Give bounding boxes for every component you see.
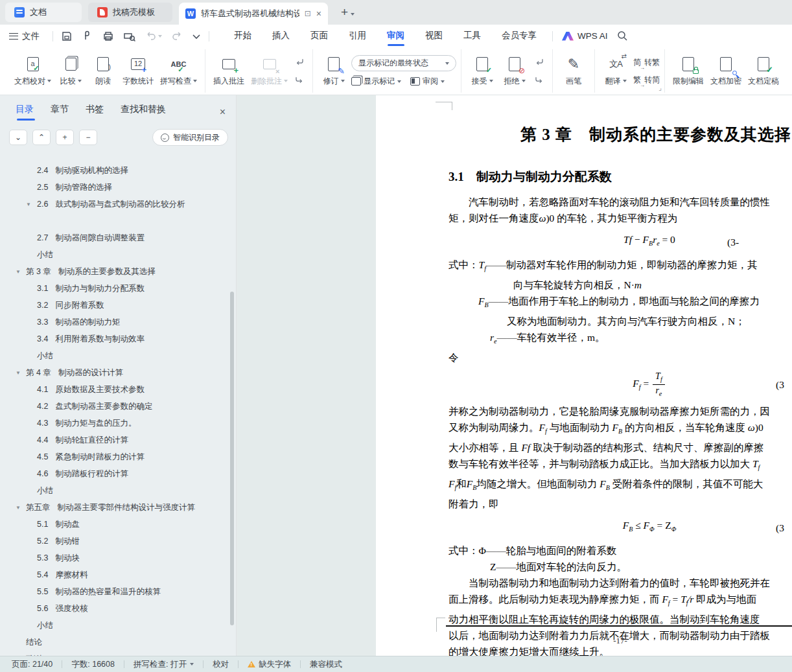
- read-aloud-button[interactable]: ) 朗读: [87, 51, 119, 92]
- toc-item[interactable]: 2.4制动驱动机构的选择: [0, 162, 228, 179]
- redo-icon[interactable]: [171, 31, 183, 41]
- insert-comment-button[interactable]: + 插入批注: [210, 51, 248, 92]
- show-markup-button[interactable]: 显示标记: [351, 76, 401, 87]
- doc-line[interactable]: Z——地面对车轮的法向反力。: [448, 559, 792, 575]
- close-tab-icon[interactable]: ×: [316, 8, 321, 19]
- toc-item[interactable]: 5.3制动块: [0, 550, 228, 566]
- document-page[interactable]: 第 3 章 制动系的主要参数及其选择 3.1 制动力与制动力分配系数 汽车制动时…: [376, 95, 792, 656]
- doc-line[interactable]: 矩，则对任一角速度ω)0 的车轮，其力矩平衡方程为: [448, 210, 792, 226]
- chapter-title[interactable]: 第 3 章 制动系的主要参数及其选择: [448, 124, 792, 145]
- toc-item[interactable]: 小结: [0, 246, 228, 263]
- accept-button[interactable]: ✓ 接受: [466, 51, 498, 92]
- toc-item[interactable]: 4.1原始数据及主要技术参数: [0, 381, 228, 398]
- doc-line[interactable]: 式中：Tf——制动器对车轮作用的制动力矩，即制动器的摩擦力矩，其: [448, 257, 792, 277]
- tab-window-icon[interactable]: ⊡: [305, 9, 311, 18]
- toc-item[interactable]: 5.2制动钳: [0, 533, 228, 550]
- collapse-triangle-icon[interactable]: ▼: [26, 202, 31, 207]
- menu-item-insert[interactable]: 插入: [262, 25, 300, 47]
- tab-toc[interactable]: 目录: [16, 104, 34, 121]
- menu-item-review[interactable]: 审阅: [377, 25, 415, 47]
- track-changes-button[interactable]: ✎ 修订: [318, 51, 350, 92]
- group-expand-icon[interactable]: ⌟: [658, 84, 662, 91]
- toc-item[interactable]: 4.3制动力矩与盘的压力。: [0, 415, 228, 432]
- toc-item[interactable]: 致谢: [0, 651, 228, 656]
- tab-bookmarks[interactable]: 书签: [86, 104, 104, 121]
- tab-find-replace[interactable]: 查找和替换: [121, 104, 166, 121]
- page-indicator[interactable]: 页面: 21/40: [12, 659, 52, 670]
- toc-item[interactable]: ▼2.6鼓式制动器与盘式制动器的比较分析: [0, 196, 228, 213]
- collapse-ribbon-chevron-icon[interactable]: [192, 33, 201, 40]
- export-pdf-icon[interactable]: [82, 30, 93, 42]
- translate-button[interactable]: 文A⇄ 翻译: [600, 51, 632, 92]
- markup-state-select[interactable]: 显示标记的最终状态: [351, 55, 456, 71]
- toc-item[interactable]: 3.3制动器的制动力矩: [0, 314, 228, 330]
- toc-item[interactable]: ▼第五章制动器主要零部件结构设计与强度计算: [0, 499, 228, 516]
- toc-item[interactable]: 3.4利用附着系数与制动效率: [0, 330, 228, 347]
- to-traditional-button[interactable]: 简转繁: [633, 57, 660, 68]
- collapse-all-button[interactable]: ⌃: [32, 130, 51, 145]
- equation-line[interactable]: Tf − FBre = 0(3-: [448, 231, 792, 251]
- file-menu-button[interactable]: 文件: [0, 30, 47, 42]
- menu-item-page[interactable]: 页面: [300, 25, 338, 47]
- doc-line[interactable]: 附着力，即: [448, 496, 792, 512]
- toc-item[interactable]: 小结: [0, 617, 228, 634]
- new-tab-button[interactable]: +: [341, 5, 348, 19]
- tab-docer-templates[interactable]: 找稿壳模板: [88, 3, 172, 22]
- equation-line[interactable]: Ff = Tfre(3: [448, 371, 792, 398]
- encrypt-document-button[interactable]: 文档加密: [707, 51, 745, 92]
- doc-line[interactable]: 令: [448, 349, 792, 365]
- doc-line[interactable]: 式中：Φ——轮胎与地面间的附着系数: [448, 542, 792, 559]
- menu-item-start[interactable]: 开始: [224, 25, 262, 47]
- expand-all-button[interactable]: ⌄: [9, 130, 27, 145]
- doc-proof-button[interactable]: a✓ 文档校对: [11, 51, 54, 92]
- wps-ai-button[interactable]: WPS AI: [562, 31, 608, 41]
- review-pane-button[interactable]: 审阅: [410, 76, 445, 87]
- sidebar-scrollbar[interactable]: [230, 292, 234, 625]
- tab-home[interactable]: 文档: [5, 3, 82, 22]
- toc-item[interactable]: 2.5制动管路的选择: [0, 179, 228, 196]
- doc-line[interactable]: 并称之为制动器制动力，它是轮胎周缘克服制动器摩擦力矩所需的力，因: [448, 403, 792, 419]
- toc-item[interactable]: 3.1制动力与制动力分配系数: [0, 280, 228, 297]
- menu-item-tools[interactable]: 工具: [453, 25, 491, 47]
- toc-item[interactable]: 4.2盘式制动器主要参数的确定: [0, 398, 228, 415]
- previous-comment-button[interactable]: [292, 56, 307, 69]
- doc-line[interactable]: 当制动器制动力和地面制动力达到附着力的值时，车轮即被抱死并在: [448, 575, 792, 591]
- toc-item[interactable]: 5.4摩擦材料: [0, 566, 228, 583]
- section-heading[interactable]: 3.1 制动力与制动力分配系数: [448, 168, 792, 185]
- print-icon[interactable]: [102, 30, 114, 42]
- word-count-indicator[interactable]: 字数: 16608: [71, 659, 115, 670]
- toc-item[interactable]: 4.4制动轮缸直径的计算: [0, 432, 228, 448]
- toc-item[interactable]: 小结: [0, 347, 228, 364]
- collapse-triangle-icon[interactable]: ▼: [16, 370, 21, 376]
- toc-item[interactable]: 4.6制动踏板行程的计算: [0, 465, 228, 482]
- previous-change-button[interactable]: [532, 56, 546, 69]
- menu-item-member[interactable]: 会员专享: [491, 25, 547, 47]
- doc-line[interactable]: 又称为制动周缘力。Ff 与地面制动力 FB 的方向相反，当车轮角速度 ω)0: [448, 419, 792, 439]
- collapse-triangle-icon[interactable]: ▼: [16, 269, 21, 275]
- collapse-triangle-icon[interactable]: ▼: [16, 505, 21, 511]
- doc-line[interactable]: 数与车轮有效半径等，并与制动踏板力成正比。当加大踏板力以加大 Tf: [448, 456, 792, 476]
- compare-button[interactable]: 比较: [54, 51, 87, 92]
- undo-button[interactable]: [145, 31, 162, 41]
- doc-line[interactable]: 大小亦相等，且 Ff 取决于制动器的结构形式、结构尺寸、摩擦副的摩擦: [448, 439, 792, 456]
- equation-line[interactable]: FB ≤ FΦ = ZΦ(3: [448, 517, 792, 537]
- finalize-document-button[interactable]: ✓ 文档定稿: [745, 51, 782, 92]
- toc-item[interactable]: ▼第 3 章制动系的主要参数及其选择: [0, 263, 228, 280]
- menu-item-view[interactable]: 视图: [415, 25, 453, 47]
- print-preview-icon[interactable]: [123, 30, 136, 42]
- reject-button[interactable]: ⊘ 拒绝: [498, 51, 531, 92]
- delete-comment-button[interactable]: × 删除批注: [248, 51, 291, 92]
- doc-line[interactable]: FB——地面作用于车轮上的制动力，即地面与轮胎之间的摩擦力: [448, 293, 792, 313]
- toc-item[interactable]: ▼第 4 章制动器的设计计算: [0, 364, 228, 381]
- to-simplified-button[interactable]: 繁转简: [633, 75, 660, 86]
- zoom-in-level-button[interactable]: +: [56, 130, 74, 145]
- toc-item[interactable]: 小结: [0, 482, 228, 499]
- restrict-editing-button[interactable]: 限制编辑: [670, 51, 707, 92]
- toc-item[interactable]: 3.2同步附着系数: [0, 297, 228, 314]
- menu-item-references[interactable]: 引用: [338, 25, 377, 47]
- missing-font-warning[interactable]: 缺失字体: [248, 659, 291, 670]
- toc-item[interactable]: 5.1制动盘: [0, 516, 228, 533]
- doc-line[interactable]: 又称为地面制动力。其方向与汽车行驶方向相反，N；: [448, 313, 792, 329]
- close-panel-icon[interactable]: ×: [220, 106, 226, 118]
- doc-line[interactable]: Ff和FB均随之增大。但地面制动力 FB 受附着条件的限制，其值不可能大: [448, 476, 792, 496]
